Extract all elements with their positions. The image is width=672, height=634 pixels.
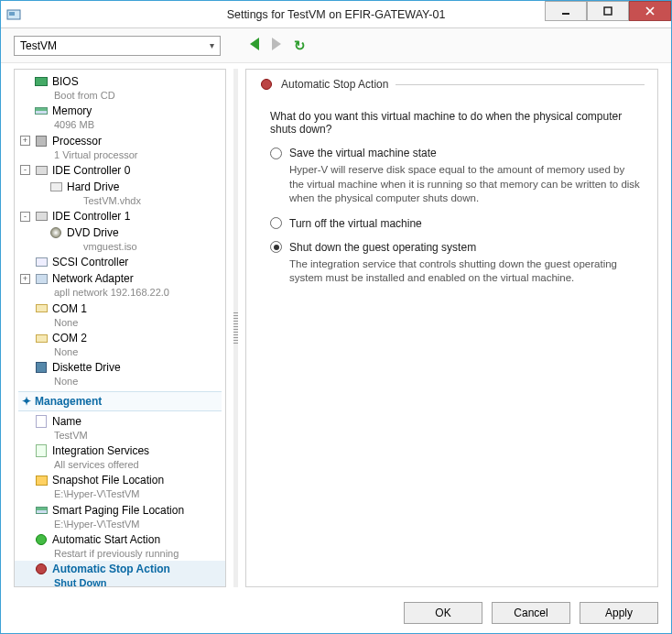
hdd-icon (34, 163, 49, 178)
nav-forward-icon (272, 38, 281, 50)
hdd-icon (34, 209, 49, 224)
svg-rect-3 (604, 7, 612, 15)
tree-item-sub: apll network 192.168.22.0 (54, 286, 223, 299)
pane-title: Automatic Stop Action (281, 78, 388, 91)
snap-icon (34, 473, 49, 487)
radio-icon (270, 217, 282, 229)
splitter[interactable] (233, 69, 238, 587)
minimize-button[interactable] (545, 1, 587, 21)
tree-item[interactable]: -IDE Controller 0 (15, 162, 225, 179)
cpu-icon (34, 134, 49, 148)
page-icon (34, 503, 49, 518)
apply-button[interactable]: Apply (580, 602, 658, 624)
tree-item[interactable]: +Processor1 Virtual processor (15, 133, 225, 162)
tree-item-sub: 1 Virtual processor (54, 148, 223, 161)
chevron-down-icon: ▾ (210, 40, 214, 50)
radio-icon (270, 241, 282, 253)
tree-item[interactable]: BIOSBoot from CD (15, 73, 225, 103)
radio-label: Turn off the virtual machine (289, 217, 422, 230)
tree-item-sub: None (54, 345, 223, 358)
tree-item-label: Network Adapter (52, 272, 134, 285)
expander-icon[interactable]: + (20, 136, 30, 146)
tree-item[interactable]: Snapshot File LocationE:\Hyper-V\TestVM (15, 472, 225, 501)
expander-icon (20, 363, 30, 373)
tree-item-label: IDE Controller 1 (52, 210, 130, 223)
tree-item-sub: Shut Down (54, 576, 223, 587)
tree-item-label: Diskette Drive (52, 361, 121, 374)
settings-tree[interactable]: BIOSBoot from CDMemory4096 MB+Processor1… (14, 69, 226, 587)
tree-item[interactable]: -IDE Controller 1 (15, 208, 225, 224)
scsi-icon (34, 255, 49, 269)
tree-item[interactable]: COM 2None (15, 330, 225, 359)
detail-pane: Automatic Stop Action What do you want t… (245, 69, 658, 587)
radio-label: Shut down the guest operating system (289, 241, 476, 254)
expander-icon (20, 257, 30, 268)
settings-window: Settings for TestVM on EFIR-GATEWAY-01 T… (0, 0, 672, 634)
expander-icon[interactable]: - (20, 165, 30, 175)
expander-icon (20, 564, 30, 574)
tree-item-sub: All services offered (54, 458, 223, 471)
mem-icon (34, 104, 49, 118)
tree-item-label: COM 1 (52, 302, 87, 315)
tree-item-sub: TestVM.vhdx (83, 194, 223, 207)
radio-save-state[interactable]: Save the virtual machine state (270, 147, 641, 159)
tree-item[interactable]: Integration ServicesAll services offered (15, 443, 225, 472)
tree-item[interactable]: Diskette DriveNone (15, 359, 225, 388)
tree-item-label: BIOS (52, 75, 79, 88)
cancel-button[interactable]: Cancel (492, 602, 570, 624)
tree-item[interactable]: COM 1None (15, 301, 225, 330)
maximize-button[interactable] (587, 1, 629, 21)
tree-item-sub: Boot from CD (54, 89, 223, 102)
expander-icon (20, 106, 30, 116)
tree-item-label: Integration Services (52, 444, 149, 457)
radio-shutdown-guest[interactable]: Shut down the guest operating system (270, 241, 641, 254)
tree-item[interactable]: Hard DriveTestVM.vhdx (15, 179, 225, 208)
com-icon (34, 331, 49, 345)
tree-item-label: Hard Drive (67, 180, 119, 193)
tree-item-label: SCSI Controller (52, 256, 128, 268)
tree-item[interactable]: Smart Paging File LocationE:\Hyper-V\Tes… (15, 502, 225, 531)
opt3-desc: The integration service that controls sh… (289, 257, 641, 286)
refresh-icon[interactable]: ↻ (294, 38, 306, 54)
ok-button[interactable]: OK (404, 602, 482, 624)
tree-item-label: Processor (52, 135, 102, 148)
expander-icon (35, 228, 45, 238)
expander-icon[interactable]: + (20, 274, 30, 284)
tree-item-label: DVD Drive (67, 226, 119, 239)
radio-label: Save the virtual machine state (289, 147, 437, 159)
vm-selector[interactable]: TestVM ▾ (14, 36, 221, 56)
tree-item-label: Name (52, 415, 81, 428)
expander-icon (20, 416, 30, 426)
stop-action-icon (259, 77, 274, 92)
tree-item-label: COM 2 (52, 332, 87, 344)
expander-icon (20, 476, 30, 486)
pane-question: What do you want this virtual machine to… (270, 110, 641, 136)
tree-item[interactable]: Automatic Start ActionRestart if previou… (15, 531, 225, 561)
radio-turn-off[interactable]: Turn off the virtual machine (270, 217, 641, 230)
tree-item-sub: None (54, 316, 223, 329)
close-button[interactable] (629, 1, 671, 21)
toolbar: TestVM ▾ ↻ (1, 28, 671, 63)
tree-item[interactable]: +Network Adapterapll network 192.168.22.… (15, 270, 225, 300)
expander-icon (20, 77, 30, 87)
management-header: ✦Management (18, 391, 222, 411)
footer: OK Cancel Apply (1, 593, 671, 633)
tree-item[interactable]: Automatic Stop ActionShut Down (15, 561, 225, 587)
tree-item[interactable]: DVD Drivevmguest.iso (15, 224, 225, 254)
tree-item-label: Snapshot File Location (52, 474, 164, 486)
expander-icon (20, 445, 30, 455)
nav-back-icon[interactable] (250, 38, 259, 50)
drive-icon (49, 180, 63, 194)
tree-item[interactable]: NameTestVM (15, 413, 225, 443)
svg-rect-1 (9, 12, 15, 16)
vm-selector-value: TestVM (20, 39, 57, 52)
stop-icon (34, 562, 49, 576)
opt1-desc: Hyper-V will reserve disk space equal to… (289, 163, 641, 206)
expander-icon[interactable]: - (20, 212, 30, 222)
disk-icon (34, 360, 49, 375)
tree-item-label: Memory (52, 104, 92, 117)
app-icon (6, 7, 21, 22)
tree-item[interactable]: Memory4096 MB (15, 103, 225, 132)
expander-icon (35, 181, 45, 191)
tree-item[interactable]: SCSI Controller (15, 254, 225, 270)
